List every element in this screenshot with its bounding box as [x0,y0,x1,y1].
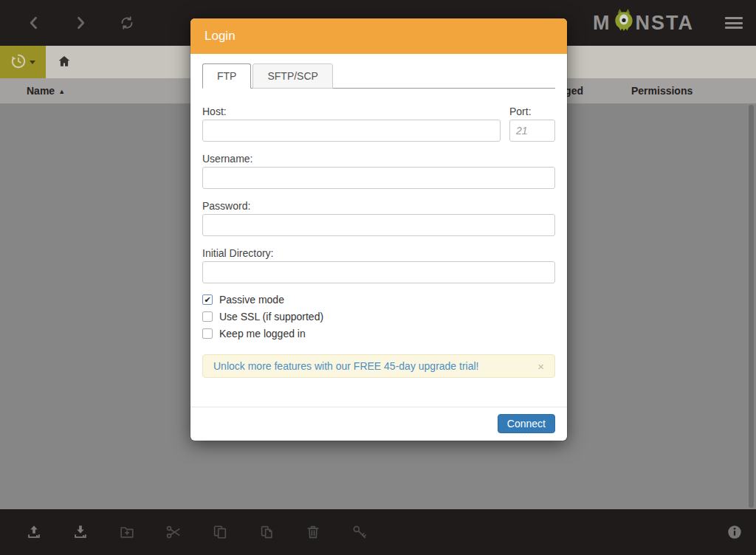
tab-ftp[interactable]: FTP [202,63,251,89]
host-input[interactable] [202,120,501,142]
checkbox-box[interactable]: ✔ [202,311,213,322]
login-modal: Login FTP SFTP/SCP Host: Port: Username:… [190,18,567,441]
monster-head-icon [611,7,636,39]
keep-logged-in-checkbox[interactable]: ✔ Keep me logged in [202,328,555,339]
download-button[interactable] [72,524,89,540]
paste-icon [258,524,275,540]
password-label: Password: [202,200,555,212]
login-modal-body: FTP SFTP/SCP Host: Port: Username: Passw… [190,54,567,407]
login-modal-footer: Connect [190,407,567,441]
modal-title: Login [205,29,236,44]
tab-sftp-scp[interactable]: SFTP/SCP [252,63,332,89]
paste-button[interactable] [258,524,275,540]
upload-icon [26,524,42,540]
copy-icon [212,524,228,540]
logo-text-nsta: NSTA [636,12,695,35]
refresh-icon [120,15,134,30]
password-input[interactable] [202,214,555,236]
checkbox-box[interactable]: ✔ [202,328,213,339]
initial-directory-label: Initial Directory: [202,247,555,259]
download-icon [72,524,89,540]
upgrade-trial-link[interactable]: Unlock more features with our FREE 45-da… [213,360,479,372]
connect-button[interactable]: Connect [498,414,555,433]
forward-button[interactable] [73,15,88,30]
new-folder-button[interactable] [119,524,135,540]
sort-asc-icon: ▲ [58,88,65,95]
options-checkboxes: ✔ Passive mode ✔ Use SSL (if supported) … [202,294,555,339]
history-dropdown-button[interactable] [0,46,46,78]
port-label: Port: [509,106,555,117]
folder-plus-icon [119,524,135,540]
login-modal-header: Login [190,18,567,54]
port-input[interactable] [509,120,555,142]
delete-button[interactable] [305,524,321,540]
checkbox-label: Use SSL (if supported) [219,311,323,323]
username-input[interactable] [202,167,555,189]
logo-text-m: M [593,12,611,35]
info-button[interactable] [726,524,743,540]
info-icon [726,524,743,540]
checkbox-label: Keep me logged in [219,328,306,339]
trash-icon [305,524,321,540]
use-ssl-checkbox[interactable]: ✔ Use SSL (if supported) [202,311,555,322]
initial-directory-input[interactable] [202,261,555,283]
vertical-scrollbar[interactable] [749,105,754,508]
notice-close-button[interactable]: × [537,361,544,372]
caret-down-icon [30,61,35,64]
home-icon [58,55,71,70]
checkbox-label: Passive mode [219,294,284,306]
scissors-icon [165,524,182,540]
key-icon [351,524,368,540]
column-header-name[interactable]: Name▲ [27,78,65,104]
close-icon: × [537,360,544,373]
checkbox-box[interactable]: ✔ [202,294,213,305]
file-action-buttons [10,509,382,555]
upgrade-notice: Unlock more features with our FREE 45-da… [202,354,555,378]
refresh-button[interactable] [120,15,134,30]
copy-button[interactable] [212,524,228,540]
username-label: Username: [202,153,555,165]
column-header-permissions[interactable]: Permissions [631,78,693,104]
bottom-toolbar [0,509,756,555]
history-nav [10,0,150,46]
permissions-button[interactable] [351,524,368,540]
monsta-logo: M NSTA [593,0,694,46]
hamburger-icon [725,17,743,19]
cut-button[interactable] [165,524,182,540]
passive-mode-checkbox[interactable]: ✔ Passive mode [202,294,555,305]
history-icon [10,53,27,72]
protocol-tabs: FTP SFTP/SCP [202,63,555,89]
check-icon: ✔ [204,296,210,304]
host-label: Host: [202,106,501,117]
chevron-right-icon [73,15,88,30]
chevron-left-icon [27,15,41,30]
back-button[interactable] [27,15,41,30]
home-button[interactable] [46,46,83,78]
upload-button[interactable] [26,524,42,540]
menu-button[interactable] [725,15,743,31]
